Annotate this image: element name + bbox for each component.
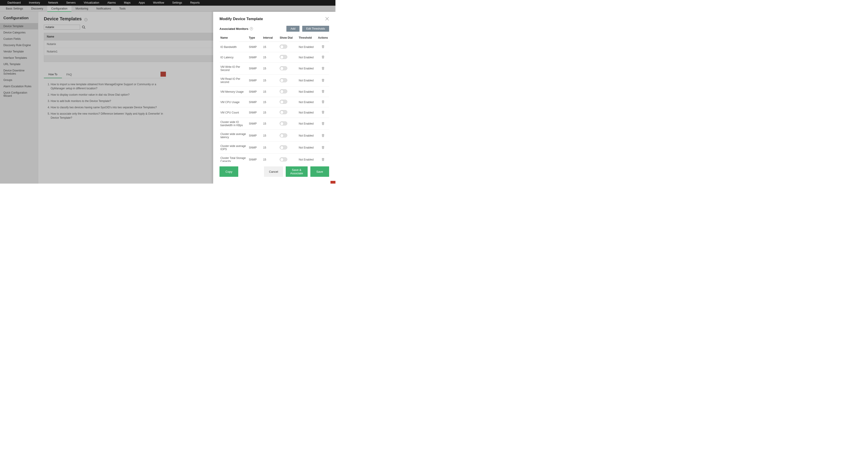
monitor-type: SNMP (248, 63, 262, 75)
collapse-icon[interactable] (160, 72, 166, 77)
associated-monitors-header: Associated Monitors ? Add Edit Threshold… (219, 26, 329, 32)
showdial-toggle[interactable] (280, 66, 287, 70)
trash-icon[interactable] (321, 100, 324, 103)
trash-icon[interactable] (321, 67, 324, 70)
sidebar-item-quick-configuration-wizard[interactable]: Quick Configuration Wizard (0, 90, 38, 99)
subnav-discovery[interactable]: Discovery (27, 6, 47, 12)
topnav-network[interactable]: Network (44, 0, 62, 6)
topnav-virtualization[interactable]: Virtualization (80, 0, 103, 6)
sidebar-item-discovery-rule-engine[interactable]: Discovery Rule Engine (0, 42, 38, 49)
showdial-toggle[interactable] (280, 157, 287, 161)
monitor-interval: 15 (262, 154, 279, 162)
monitor-threshold: Not Enabled (298, 97, 317, 108)
monitor-row: VM Memory UsageSNMP15Not Enabled (219, 87, 329, 97)
topnav-apps[interactable]: Apps (135, 0, 149, 6)
subnav-tools[interactable]: Tools (115, 6, 130, 12)
monitor-name: VM CPU Usage (219, 97, 248, 108)
modal-header: Modify Device Template (213, 12, 336, 24)
topnav-workflow[interactable]: Workflow (149, 0, 168, 6)
notification-badge[interactable] (331, 181, 336, 184)
sidebar-item-alarm-escalation-rules[interactable]: Alarm Escalation Rules (0, 83, 38, 90)
subnav-basic-settings[interactable]: Basic Settings (2, 6, 27, 12)
monitor-type: SNMP (248, 52, 262, 63)
top-nav: DashboardInventoryNetworkServersVirtuali… (0, 0, 336, 6)
save-associate-button[interactable]: Save & Associate (286, 167, 308, 177)
subnav-notifications[interactable]: Notifications (92, 6, 115, 12)
modal-footer: Copy Cancel Save & Associate Save (213, 162, 336, 184)
monitor-type: SNMP (248, 118, 262, 130)
copy-button[interactable]: Copy (219, 167, 238, 177)
howto-item[interactable]: How to display custom monitor value in d… (51, 93, 166, 97)
cancel-button[interactable]: Cancel (264, 167, 283, 177)
monitor-row: Cluster wide average IOPSSNMP15Not Enabl… (219, 142, 329, 154)
edit-thresholds-button[interactable]: Edit Thresholds (302, 26, 329, 32)
save-button[interactable]: Save (310, 167, 329, 177)
sub-nav: Basic SettingsDiscoveryConfigurationMoni… (0, 6, 336, 12)
trash-icon[interactable] (321, 90, 324, 93)
sidebar-item-url-template[interactable]: URL Template (0, 61, 38, 67)
add-button[interactable]: Add (286, 26, 299, 32)
trash-icon[interactable] (321, 45, 324, 48)
sidebar-title: Configuration (0, 16, 38, 23)
monitor-interval: 15 (262, 52, 279, 63)
modal-body: Associated Monitors ? Add Edit Threshold… (213, 24, 336, 162)
showdial-toggle[interactable] (280, 121, 287, 125)
trash-icon[interactable] (321, 122, 324, 125)
topnav-alarms[interactable]: Alarms (103, 0, 120, 6)
search-icon[interactable] (82, 25, 86, 29)
sidebar-item-device-template[interactable]: Device Template (0, 23, 38, 29)
showdial-toggle[interactable] (280, 89, 287, 93)
subnav-configuration[interactable]: Configuration (47, 6, 71, 12)
trash-icon[interactable] (321, 111, 324, 114)
showdial-toggle[interactable] (280, 44, 287, 49)
showdial-toggle[interactable] (280, 78, 287, 82)
howto-item[interactable]: How to associate only the new monitors? … (51, 112, 166, 120)
tab-faq[interactable]: FAQ (62, 71, 76, 78)
sidebar-item-groups[interactable]: Groups (0, 77, 38, 83)
sidebar-item-device-categories[interactable]: Device Categories (0, 29, 38, 36)
tab-howto[interactable]: How To (44, 71, 62, 78)
col-interval: Interval (262, 34, 279, 42)
showdial-toggle[interactable] (280, 145, 287, 149)
modify-device-template-panel: Modify Device Template Associated Monito… (213, 12, 336, 184)
help-icon[interactable]: ? (84, 18, 88, 21)
sidebar-item-device-downtime-schedules[interactable]: Device Downtime Schedules (0, 67, 38, 77)
howto-item[interactable]: How to add bulk monitors to the Device T… (51, 99, 166, 103)
trash-icon[interactable] (321, 134, 324, 137)
howto-list: How to import a new template obtained fr… (44, 82, 166, 120)
topnav-maps[interactable]: Maps (120, 0, 134, 6)
howto-item[interactable]: How to import a new template obtained fr… (51, 82, 166, 90)
trash-icon[interactable] (321, 55, 324, 59)
svg-point-0 (82, 26, 85, 28)
showdial-toggle[interactable] (280, 133, 287, 138)
help-icon[interactable]: ? (250, 27, 253, 30)
monitor-type: SNMP (248, 154, 262, 162)
topnav-servers[interactable]: Servers (62, 0, 80, 6)
topnav-inventory[interactable]: Inventory (25, 0, 44, 6)
trash-icon[interactable] (321, 79, 324, 82)
showdial-toggle[interactable] (280, 100, 287, 104)
monitor-name: Cluster wide average latency (219, 130, 248, 142)
associated-monitors-label: Associated Monitors ? (219, 27, 253, 31)
sidebar-item-vendor-template[interactable]: Vendor Template (0, 49, 38, 55)
sidebar-item-interface-templates[interactable]: Interface Templates (0, 55, 38, 61)
topnav-dashboard[interactable]: Dashboard (3, 0, 25, 6)
monitor-threshold: Not Enabled (298, 63, 317, 75)
topnav-settings[interactable]: Settings (168, 0, 186, 6)
howto-item[interactable]: How to classify two devices having same … (51, 106, 166, 110)
trash-icon[interactable] (321, 146, 324, 149)
monitor-interval: 15 (262, 42, 279, 52)
monitor-interval: 15 (262, 87, 279, 97)
topnav-reports[interactable]: Reports (186, 0, 204, 6)
close-icon[interactable] (325, 17, 329, 21)
showdial-toggle[interactable] (280, 55, 287, 59)
showdial-toggle[interactable] (280, 110, 287, 114)
subnav-monitoring[interactable]: Monitoring (71, 6, 92, 12)
sidebar-item-custom-fields[interactable]: Custom Fields (0, 36, 38, 42)
howto-tabs: How To FAQ (44, 71, 166, 78)
trash-icon[interactable] (321, 158, 324, 161)
monitor-row: IO LatencySNMP15Not Enabled (219, 52, 329, 63)
col-name[interactable]: Name (44, 33, 215, 40)
monitor-threshold: Not Enabled (298, 75, 317, 87)
search-input[interactable] (44, 25, 80, 30)
